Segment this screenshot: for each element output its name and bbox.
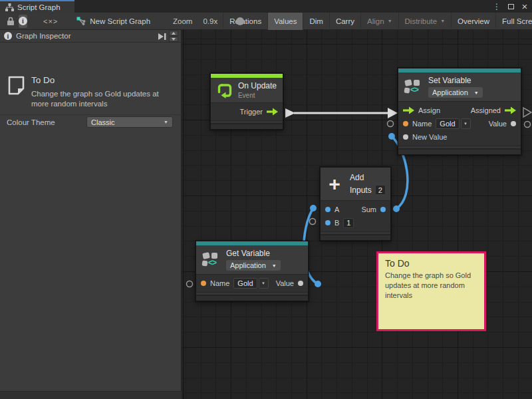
chevron-down-icon: ▼ <box>474 90 479 95</box>
tab-label: Script Graph <box>17 3 61 11</box>
variable-name-dropdown[interactable]: Gold ▼ <box>233 278 268 289</box>
sticky-note-icon <box>7 75 26 99</box>
note-description: Change the graph so Gold updates at more… <box>31 89 175 109</box>
object-port-icon <box>298 281 303 286</box>
variable-name-dropdown[interactable]: Gold ▼ <box>436 118 470 129</box>
tab-bar: Script Graph ⋮ × <box>0 0 532 13</box>
dock-panel-icon[interactable] <box>157 33 167 41</box>
node-header: On Update Event <box>211 78 283 103</box>
port-trigger-out[interactable]: Trigger <box>240 108 278 116</box>
port-a-in[interactable]: A <box>325 205 339 213</box>
flow-wire-end-arrow <box>388 108 398 118</box>
object-port-icon <box>511 121 516 126</box>
colour-theme-label: Colour Theme <box>7 118 55 126</box>
port-assign-in[interactable]: Assign <box>403 106 440 114</box>
info-icon: i <box>4 32 12 40</box>
port-b-in[interactable]: B 1 <box>325 218 354 228</box>
values-button[interactable]: Values <box>267 13 303 30</box>
wire-endpoint <box>310 205 317 211</box>
node-footer <box>196 295 308 301</box>
string-port-icon <box>201 281 206 286</box>
info-icon: i <box>19 17 27 25</box>
divider <box>0 114 182 115</box>
lock-icon[interactable] <box>7 17 15 26</box>
graph-inspector-title: Graph Inspector <box>16 32 70 40</box>
tab-script-graph[interactable]: Script Graph <box>0 0 74 13</box>
graph-inspector-header: i Graph Inspector <box>0 30 181 43</box>
port-terminal-add-b[interactable] <box>310 219 316 225</box>
chevron-down-icon: ▼ <box>388 19 392 23</box>
new-script-graph-label: New Script Graph <box>90 17 150 25</box>
node-ports: A Sum B 1 <box>321 201 390 232</box>
spinner-up-button[interactable] <box>169 31 178 36</box>
dim-button[interactable]: Dim <box>303 13 329 30</box>
port-sum-out[interactable]: Sum <box>361 205 386 213</box>
b-value-field[interactable]: 1 <box>343 218 354 228</box>
on-update-loop-icon <box>217 82 233 98</box>
inputs-count-field[interactable]: 2 <box>375 185 386 195</box>
distribute-button[interactable]: Distribute▼ <box>398 13 452 30</box>
node-header: <> Get Variable Application ▼ <box>196 245 308 275</box>
maximize-icon[interactable] <box>506 1 515 12</box>
port-terminal-setvariable-value[interactable] <box>525 122 531 128</box>
menu-icon[interactable]: ⋮ <box>492 1 501 12</box>
wire-endpoint <box>315 281 321 287</box>
graph-inspector-panel: i Graph Inspector To Do Change the <box>0 30 182 391</box>
spinner-down-button[interactable] <box>169 37 178 42</box>
graph-icon <box>5 3 14 11</box>
port-name-in[interactable]: Name Gold ▼ <box>201 278 269 289</box>
variables-icon: <> <box>404 79 423 95</box>
port-name-in[interactable]: Name Gold ▼ <box>403 118 471 129</box>
node-title: Get Variable <box>226 249 281 258</box>
node-ports: Name Gold ▼ Value <box>196 275 308 293</box>
node-set-variable[interactable]: <> Set Variable Application ▼ <box>398 68 521 155</box>
chevron-down-icon: ▼ <box>440 19 445 23</box>
node-footer <box>211 123 283 129</box>
node-footer <box>398 148 521 154</box>
port-new-value-in[interactable]: New Value <box>403 133 447 141</box>
node-subtitle: Event <box>238 92 277 99</box>
colour-theme-dropdown[interactable]: Classic ▼ <box>86 116 173 128</box>
graph-toolbar: i <×> New Script Graph Zoom 0.9x Relatio… <box>0 13 532 30</box>
wire-endpoint <box>388 133 395 140</box>
fullscreen-button[interactable]: Full Screen <box>495 13 532 30</box>
node-add[interactable]: + Add Inputs 2 A Sum <box>320 167 391 241</box>
number-port-icon <box>325 220 331 225</box>
port-value-out[interactable]: Value <box>489 120 516 128</box>
sticky-note[interactable]: To Do Change the graph so Gold updates a… <box>376 251 486 331</box>
node-ports: Trigger <box>211 103 283 121</box>
relations-button[interactable]: Relations <box>223 13 267 30</box>
node-title: On Update <box>238 81 277 90</box>
panel-spinner <box>169 31 178 42</box>
node-get-variable[interactable]: <> Get Variable Application ▼ Name Gold <box>196 241 309 301</box>
window-controls: ⋮ × <box>492 0 529 13</box>
port-terminal-getvariable-name[interactable] <box>187 281 193 287</box>
node-header: <> Set Variable Application ▼ <box>398 72 521 102</box>
close-icon[interactable]: × <box>520 1 529 12</box>
port-assigned-out[interactable]: Assigned <box>471 106 516 114</box>
code-preview-icon[interactable]: <×> <box>43 17 58 25</box>
carry-button[interactable]: Carry <box>329 13 360 30</box>
port-terminal-setvariable-name[interactable] <box>388 121 394 127</box>
inspector-toggle-button[interactable]: i <box>19 15 27 28</box>
variable-scope-dropdown[interactable]: Application ▼ <box>428 87 483 98</box>
zoom-value: 0.9x <box>203 17 217 25</box>
chevron-down-icon: ▼ <box>272 263 277 268</box>
variable-scope-dropdown[interactable]: Application ▼ <box>226 260 281 271</box>
flow-wire-start-arrow <box>285 108 295 118</box>
port-value-out[interactable]: Value <box>276 279 303 287</box>
node-on-update[interactable]: On Update Event Trigger <box>210 73 283 130</box>
new-script-graph-button[interactable]: New Script Graph <box>76 17 150 25</box>
align-button[interactable]: Align▼ <box>360 13 398 30</box>
node-footer <box>321 234 390 240</box>
flow-arrow-icon <box>505 106 516 114</box>
chevron-down-icon: ▼ <box>461 118 471 129</box>
zoom-label: Zoom <box>173 17 192 25</box>
overview-button[interactable]: Overview <box>451 13 495 30</box>
port-terminal-setvariable-assigned[interactable] <box>523 108 531 117</box>
inputs-label: Inputs <box>350 186 372 195</box>
object-port-icon <box>403 134 408 140</box>
panel-footer <box>0 391 182 399</box>
zoom-slider-handle[interactable] <box>236 17 244 25</box>
graph-canvas[interactable]: On Update Event Trigger <box>182 30 532 399</box>
